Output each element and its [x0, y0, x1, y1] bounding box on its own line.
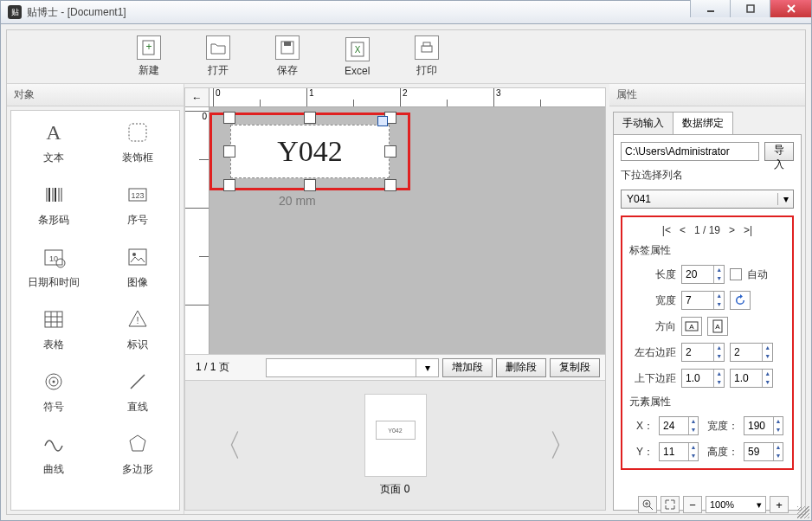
- properties-panel: 属性 手动输入 数据绑定 导入 下拉选择列名 Y041 ▾: [609, 84, 805, 514]
- x-spinner[interactable]: ▲▼: [659, 416, 699, 435]
- minimize-button[interactable]: [690, 0, 730, 17]
- zoom-in-button[interactable]: +: [770, 496, 789, 513]
- obj-polygon[interactable]: 多边形: [95, 422, 179, 485]
- new-icon: +: [137, 35, 161, 60]
- open-icon: [206, 35, 230, 60]
- maximize-button[interactable]: [730, 0, 770, 17]
- pager-next[interactable]: >: [729, 224, 735, 236]
- obj-barcode[interactable]: 条形码: [11, 173, 95, 235]
- width-label: 宽度: [647, 293, 676, 308]
- right-margin-spinner[interactable]: ▲▼: [730, 343, 773, 362]
- toolbar-print[interactable]: 打印: [415, 35, 439, 78]
- chevron-down-icon: ▾: [416, 359, 438, 376]
- svg-text:+: +: [145, 41, 151, 53]
- obj-image[interactable]: 图像: [95, 235, 179, 298]
- obj-sign[interactable]: !标识: [95, 298, 179, 360]
- svg-line-43: [649, 506, 653, 510]
- obj-serial[interactable]: 123序号: [95, 173, 179, 235]
- ruler-origin-button[interactable]: ←: [185, 88, 209, 107]
- resize-handle-mr[interactable]: [384, 145, 396, 158]
- y-spinner[interactable]: ▲▼: [659, 442, 699, 461]
- svg-rect-13: [129, 124, 146, 141]
- import-button[interactable]: 导入: [764, 142, 794, 161]
- column-select[interactable]: Y041 ▾: [621, 190, 794, 209]
- orientation-portrait[interactable]: A: [707, 317, 728, 336]
- barcode-icon: [41, 182, 67, 208]
- thumb-sample-text: Y042: [376, 421, 416, 440]
- resize-handle-ml[interactable]: [223, 145, 235, 158]
- pager-prev[interactable]: <: [680, 224, 686, 236]
- serial-icon: 123: [125, 182, 151, 208]
- image-icon: [125, 244, 151, 270]
- zoom-actual-button[interactable]: [661, 496, 680, 513]
- resize-handle-bm[interactable]: [304, 179, 316, 191]
- segment-combo[interactable]: ▾: [266, 358, 439, 377]
- label-object[interactable]: Y042: [209, 113, 410, 190]
- obj-symbol[interactable]: 符号: [11, 360, 95, 422]
- length-spinner[interactable]: ▲▼: [681, 265, 725, 284]
- refresh-button[interactable]: [730, 291, 751, 310]
- lr-margin-label: 左右边距: [629, 345, 676, 360]
- rotate-handle[interactable]: [377, 116, 388, 126]
- resize-handle-tm[interactable]: [304, 112, 316, 124]
- page-thumbnail[interactable]: Y042 页面 0: [361, 394, 430, 497]
- obj-datetime[interactable]: 10日期和时间: [11, 235, 95, 298]
- bottom-margin-spinner[interactable]: ▲▼: [730, 369, 773, 388]
- toolbar-save[interactable]: 保存: [275, 35, 300, 78]
- design-canvas[interactable]: Y042 20 mm: [209, 107, 605, 354]
- resize-handle-br[interactable]: [384, 179, 396, 191]
- frame-icon: [125, 119, 151, 145]
- app-icon: 贴: [8, 5, 22, 19]
- svg-text:!: !: [136, 315, 139, 325]
- thumb-prev-button[interactable]: 〈: [211, 424, 242, 466]
- toolbar-open[interactable]: 打开: [206, 35, 230, 78]
- copy-segment-button[interactable]: 复制段: [550, 358, 600, 377]
- obj-frame[interactable]: 装饰框: [95, 111, 179, 173]
- obj-table[interactable]: 表格: [11, 298, 95, 360]
- zoom-out-button[interactable]: −: [683, 496, 702, 513]
- pager-first[interactable]: |<: [662, 224, 671, 236]
- svg-point-26: [132, 253, 136, 256]
- zoom-fit-button[interactable]: [638, 496, 657, 513]
- zoom-combo[interactable]: 100%▾: [706, 496, 766, 513]
- orientation-label: 方向: [647, 319, 676, 334]
- orientation-landscape[interactable]: A: [681, 317, 702, 336]
- svg-rect-27: [45, 312, 62, 327]
- x-label: X：: [629, 419, 654, 434]
- tab-manual-input[interactable]: 手动输入: [613, 112, 673, 135]
- svg-rect-1: [747, 5, 754, 12]
- status-bar: − 100%▾ +: [6, 494, 806, 515]
- delete-segment-button[interactable]: 删除段: [496, 358, 546, 377]
- toolbar-new[interactable]: + 新建: [137, 35, 161, 78]
- pager-last[interactable]: >|: [744, 224, 752, 236]
- auto-label: 自动: [747, 267, 768, 282]
- top-margin-spinner[interactable]: ▲▼: [681, 369, 725, 388]
- polygon-icon: [125, 431, 151, 457]
- tab-data-binding[interactable]: 数据绑定: [673, 112, 733, 135]
- thumbnail-row: 〈 Y042 页面 0 〉: [185, 380, 605, 510]
- close-button[interactable]: [770, 0, 811, 17]
- svg-rect-11: [423, 42, 430, 46]
- left-margin-spinner[interactable]: ▲▼: [681, 343, 725, 362]
- toolbar-new-label: 新建: [139, 63, 159, 78]
- resize-handle-tl[interactable]: [223, 112, 235, 124]
- elem-height-spinner[interactable]: ▲▼: [744, 442, 783, 461]
- import-path-input[interactable]: [621, 142, 759, 161]
- ruler-vertical: 0: [185, 107, 209, 354]
- auto-checkbox[interactable]: [730, 268, 742, 280]
- obj-curve[interactable]: 曲线: [11, 422, 95, 485]
- resize-handle-bl[interactable]: [223, 179, 235, 191]
- text-element[interactable]: Y042: [230, 125, 390, 178]
- obj-text[interactable]: A文本: [11, 111, 95, 173]
- properties-tabs: 手动输入 数据绑定: [613, 112, 802, 135]
- titlebar: 贴 贴博士 - [Document1]: [0, 0, 812, 24]
- width-spinner[interactable]: ▲▼: [681, 291, 725, 310]
- thumb-next-button[interactable]: 〉: [548, 424, 579, 466]
- add-segment-button[interactable]: 增加段: [442, 358, 493, 377]
- excel-icon: X: [345, 37, 370, 61]
- toolbar-save-label: 保存: [277, 63, 298, 78]
- obj-line[interactable]: 直线: [95, 360, 179, 422]
- elem-width-spinner[interactable]: ▲▼: [744, 416, 783, 435]
- toolbar-excel[interactable]: X Excel: [345, 37, 370, 77]
- resize-grip[interactable]: [797, 506, 809, 518]
